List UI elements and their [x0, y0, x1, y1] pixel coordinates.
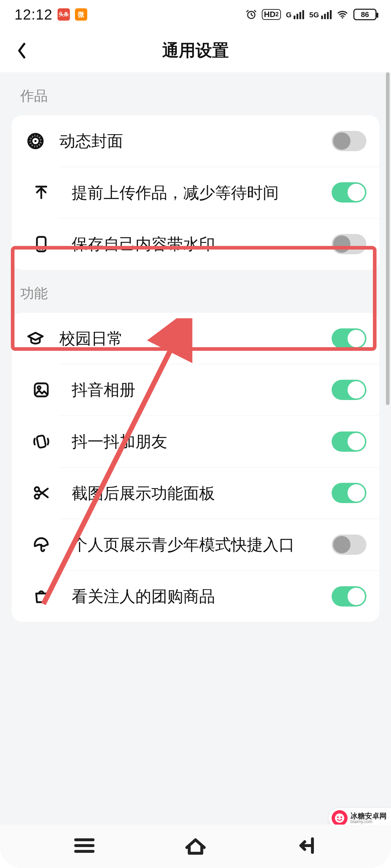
row-label: 动态封面	[59, 130, 319, 152]
signal-1: G	[286, 10, 304, 19]
system-nav-bar	[0, 825, 391, 868]
alarm-icon	[246, 9, 257, 20]
svg-point-1	[342, 17, 343, 18]
svg-rect-9	[37, 435, 46, 448]
row-dynamic-cover[interactable]: 动态封面	[12, 115, 379, 167]
row-screenshot-panel[interactable]: 截图后展示功能面板	[59, 467, 379, 519]
svg-point-4	[34, 140, 37, 142]
row-label: 校园日常	[59, 327, 319, 350]
section-label-works: 作品	[12, 72, 379, 115]
signal-2: 5G	[309, 10, 332, 19]
toggle-screenshot-panel[interactable]	[332, 483, 366, 503]
clock: 12:12	[14, 7, 52, 23]
watermark-text: 冰糖安卓网 btaimy.com	[350, 812, 387, 824]
page-title: 通用设置	[162, 39, 229, 62]
wifi-icon	[337, 9, 348, 20]
row-label: 个人页展示青少年模式快捷入口	[72, 533, 319, 556]
toggle-album[interactable]	[332, 380, 366, 400]
image-icon	[12, 381, 59, 399]
status-right: HD2 G 5G 86	[246, 9, 377, 20]
toggle-watermark[interactable]	[332, 234, 366, 254]
svg-point-15	[340, 816, 342, 818]
app-badge-2: 微	[75, 8, 87, 21]
toggle-group-buy[interactable]	[332, 586, 366, 607]
svg-point-8	[38, 386, 41, 389]
shake-icon	[12, 433, 59, 450]
battery-icon: 86	[353, 9, 377, 20]
card-works: 动态封面 提前上传作品，减少等待时间 保存自己内容带水印	[12, 115, 379, 270]
watermark-icon	[332, 810, 348, 826]
nav-home-button[interactable]	[184, 834, 207, 859]
content: 作品 动态封面 提前上传作品，减少等待时间 保存自己内容带水印 功能	[0, 72, 391, 636]
svg-point-14	[337, 816, 339, 818]
row-label: 截图后展示功能面板	[72, 482, 319, 505]
header: 通用设置	[0, 29, 391, 72]
status-bar: 12:12 头条 微 HD2 G 5G 86	[0, 0, 391, 29]
bag-icon	[12, 588, 59, 605]
row-teen-mode[interactable]: 个人页展示青少年模式快捷入口	[59, 519, 379, 570]
row-label: 抖音相册	[72, 379, 319, 401]
toggle-campus[interactable]	[332, 328, 366, 349]
row-label: 保存自己内容带水印	[72, 233, 319, 255]
row-label: 抖一抖加朋友	[72, 430, 319, 453]
hd-badge: HD2	[262, 9, 281, 20]
status-left: 12:12 头条 微	[14, 7, 87, 23]
umbrella-icon	[12, 536, 59, 553]
target-icon	[25, 132, 46, 150]
row-watermark[interactable]: 保存自己内容带水印	[59, 218, 379, 270]
row-group-buy[interactable]: 看关注人的团购商品	[59, 570, 379, 622]
row-shake[interactable]: 抖一抖加朋友	[59, 416, 379, 467]
back-button[interactable]	[11, 40, 33, 61]
scissors-icon	[12, 484, 59, 502]
svg-point-13	[335, 813, 344, 823]
toggle-dynamic-cover[interactable]	[332, 131, 366, 151]
card-features: 校园日常 抖音相册 抖一抖加朋友 截图后展示功能面板	[12, 313, 379, 622]
app-badge-1: 头条	[58, 8, 70, 21]
row-preupload[interactable]: 提前上传作品，减少等待时间	[59, 167, 379, 218]
upload-icon	[12, 184, 59, 201]
phone-icon	[12, 235, 59, 253]
section-label-features: 功能	[12, 270, 379, 313]
scroll-indicator	[386, 72, 390, 405]
toggle-preupload[interactable]	[332, 182, 366, 203]
nav-recents-button[interactable]	[73, 834, 96, 859]
grad-cap-icon	[25, 330, 46, 347]
svg-rect-7	[35, 383, 48, 396]
row-album[interactable]: 抖音相册	[59, 364, 379, 416]
nav-back-button[interactable]	[295, 834, 318, 859]
row-label: 看关注人的团购商品	[72, 585, 319, 608]
toggle-shake[interactable]	[332, 431, 366, 452]
row-label: 提前上传作品，减少等待时间	[72, 182, 319, 204]
row-campus[interactable]: 校园日常	[12, 313, 379, 364]
toggle-teen-mode[interactable]	[332, 535, 366, 555]
